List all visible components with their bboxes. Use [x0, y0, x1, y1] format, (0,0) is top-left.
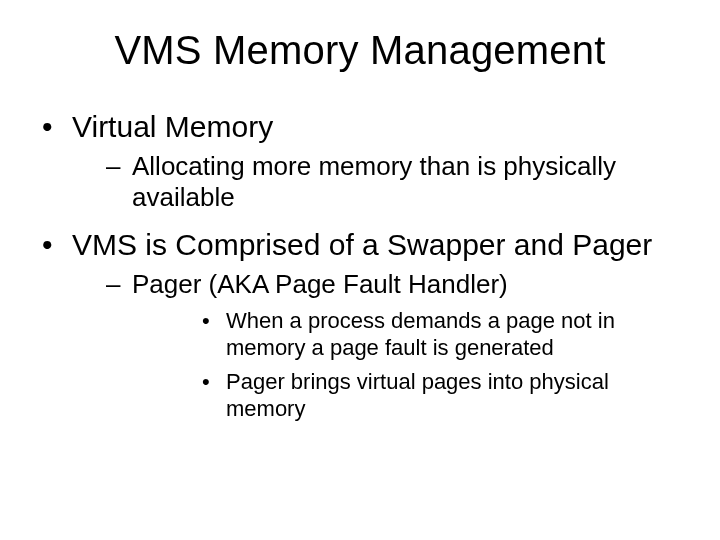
bullet-text: VMS is Comprised of a Swapper and Pager	[72, 228, 652, 261]
sub-sub-bullet-list: When a process demands a page not in mem…	[132, 307, 680, 423]
sub-sub-bullet-item: Pager brings virtual pages into physical…	[132, 368, 680, 423]
sub-bullet-text: Allocating more memory than is physicall…	[132, 151, 616, 212]
sub-sub-bullet-item: When a process demands a page not in mem…	[132, 307, 680, 362]
sub-bullet-list: Allocating more memory than is physicall…	[72, 151, 680, 213]
sub-bullet-item: Pager (AKA Page Fault Handler) When a pr…	[72, 269, 680, 422]
bullet-item: VMS is Comprised of a Swapper and Pager …	[40, 227, 680, 422]
sub-bullet-item: Allocating more memory than is physicall…	[72, 151, 680, 213]
bullet-list: Virtual Memory Allocating more memory th…	[40, 109, 680, 423]
sub-sub-bullet-text: Pager brings virtual pages into physical…	[226, 369, 609, 422]
slide: VMS Memory Management Virtual Memory All…	[0, 0, 720, 540]
bullet-text: Virtual Memory	[72, 110, 273, 143]
sub-bullet-text: Pager (AKA Page Fault Handler)	[132, 269, 508, 299]
bullet-item: Virtual Memory Allocating more memory th…	[40, 109, 680, 213]
slide-title: VMS Memory Management	[40, 28, 680, 73]
sub-sub-bullet-text: When a process demands a page not in mem…	[226, 308, 615, 361]
sub-bullet-list: Pager (AKA Page Fault Handler) When a pr…	[72, 269, 680, 422]
